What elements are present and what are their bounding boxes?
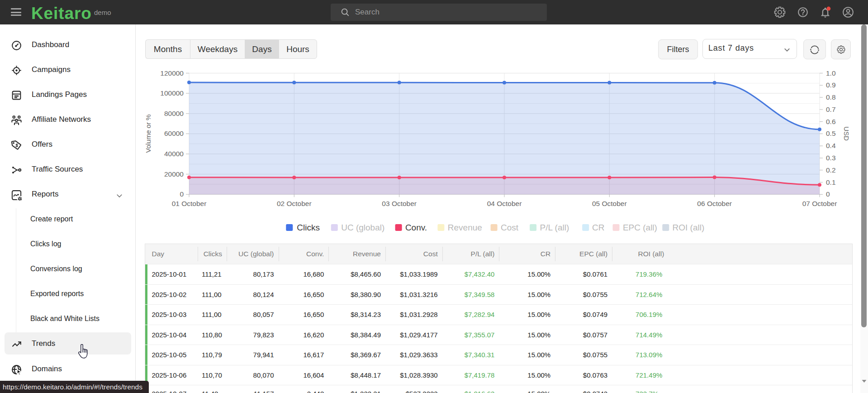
svg-text:07 October: 07 October: [802, 200, 837, 207]
svg-text:0.2: 0.2: [826, 166, 836, 174]
svg-text:01 October: 01 October: [172, 200, 207, 207]
svg-text:80000: 80000: [164, 110, 184, 117]
svg-text:Conv.: Conv.: [405, 223, 427, 232]
svg-text:CR: CR: [592, 223, 604, 232]
svg-text:0.6: 0.6: [826, 118, 836, 125]
svg-text:Revenue: Revenue: [448, 223, 482, 232]
svg-text:0: 0: [180, 190, 184, 198]
svg-text:60000: 60000: [164, 129, 184, 137]
svg-text:P/L (all): P/L (all): [540, 223, 569, 232]
svg-text:0.5: 0.5: [826, 129, 836, 137]
svg-text:06 October: 06 October: [697, 200, 732, 207]
svg-text:0: 0: [826, 190, 830, 198]
svg-text:0.3: 0.3: [826, 154, 836, 162]
svg-text:1.0: 1.0: [826, 69, 836, 77]
svg-text:0.7: 0.7: [826, 105, 836, 113]
svg-text:03 October: 03 October: [382, 200, 417, 207]
svg-text:0.9: 0.9: [826, 81, 836, 89]
svg-text:Volume or %: Volume or %: [144, 114, 152, 153]
svg-text:02 October: 02 October: [277, 200, 312, 207]
svg-text:05 October: 05 October: [592, 200, 627, 207]
svg-text:0.4: 0.4: [826, 142, 836, 149]
svg-text:100000: 100000: [160, 89, 184, 97]
svg-text:Cost: Cost: [501, 223, 519, 232]
svg-text:04 October: 04 October: [487, 200, 522, 207]
svg-text:UC (global): UC (global): [341, 223, 384, 232]
svg-text:0.1: 0.1: [826, 178, 836, 186]
svg-text:20000: 20000: [164, 170, 184, 178]
svg-text:ROI (all): ROI (all): [673, 223, 705, 232]
svg-text:Clicks: Clicks: [297, 223, 320, 232]
svg-text:40000: 40000: [164, 150, 184, 158]
svg-text:EPC (all): EPC (all): [623, 223, 657, 232]
svg-text:120000: 120000: [160, 69, 184, 77]
svg-text:USD: USD: [843, 126, 850, 141]
svg-text:0.8: 0.8: [826, 93, 836, 101]
